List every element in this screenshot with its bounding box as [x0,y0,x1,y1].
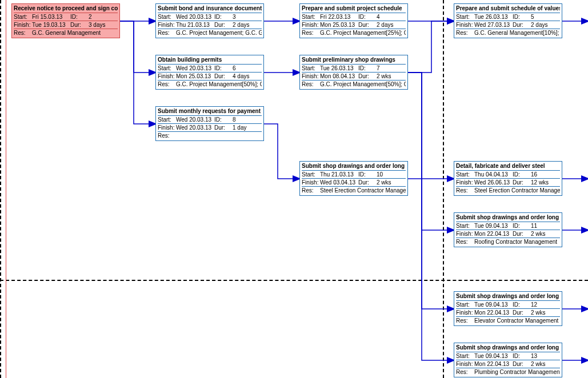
task-box[interactable]: Submit shop drawings and order long lead… [454,343,562,377]
label-start: Start: [302,65,320,71]
label-id: ID: [513,171,531,178]
label-dur: Dur: [214,124,233,131]
label-finish: Finish: [456,179,474,186]
task-dur: 2 wks [377,73,391,79]
label-dur: Dur: [358,22,377,28]
label-dur: Dur: [513,309,531,316]
task-finish: Mon 22.04.13 [474,309,509,316]
task-finish: Mon 22.04.13 [474,361,509,367]
label-res: Res: [456,30,474,36]
label-id: ID: [513,14,531,20]
label-start: Start: [302,171,320,178]
label-start: Start: [456,171,474,178]
task-start: Tue 26.03.13 [474,14,508,20]
task-start: Tue 26.03.13 [320,65,354,71]
task-box[interactable]: Obtain building permits Start:Wed 20.03.… [155,55,264,90]
label-finish: Finish: [456,309,474,316]
task-id: 6 [233,65,236,71]
label-id: ID: [214,65,233,71]
label-res: Res: [456,317,474,324]
label-finish: Finish: [302,179,320,186]
label-start: Start: [302,14,320,20]
task-id: 2 [89,14,92,20]
label-finish: Finish: [14,22,32,28]
task-finish: Wed 26.06.13 [474,179,510,186]
task-finish: Wed 20.03.13 [176,124,211,131]
label-res: Res: [456,187,474,194]
task-title: Submit bond and insurance documents [158,5,262,13]
task-finish: Thu 21.03.13 [176,22,210,28]
task-finish: Tue 19.03.13 [32,22,66,28]
page-break-horizontal [0,280,588,281]
task-box[interactable]: Submit shop drawings and order long lead… [299,161,408,196]
task-box[interactable]: Prepare and submit schedule of values St… [454,3,562,38]
task-res: G.C. Project Management[50%]; G.C. Labor [320,81,406,87]
network-diagram: { "labels": { "start":"Start:", "finish"… [0,0,588,378]
label-dur: Dur: [513,361,531,367]
label-finish: Finish: [456,361,474,367]
page-break-vertical [443,0,444,378]
task-start: Tue 09.04.13 [474,223,508,229]
task-start: Fri 15.03.13 [32,14,62,20]
task-dur: 4 days [233,73,249,79]
label-dur: Dur: [70,22,89,28]
label-dur: Dur: [513,231,531,237]
task-id: 5 [531,14,534,20]
task-title: Submit monthly requests for payment [158,107,262,116]
label-res: Res: [158,132,176,139]
task-finish: Wed 27.03.13 [474,22,510,28]
task-start: Thu 04.04.13 [474,171,508,178]
task-finish: Mon 25.03.13 [320,22,355,28]
label-res: Res: [158,30,176,36]
task-title: Prepare and submit project schedule [302,5,406,13]
label-res: Res: [302,81,320,87]
label-start: Start: [14,14,32,20]
task-box[interactable]: Submit monthly requests for payment Star… [155,106,264,141]
task-id: 13 [531,353,537,359]
task-title: Submit preliminary shop drawings [302,56,406,65]
task-id: 16 [531,171,537,178]
label-start: Start: [456,301,474,308]
task-dur: 12 wks [531,179,549,186]
task-box[interactable]: Receive notice to proceed and sign contr… [11,3,120,38]
task-box[interactable]: Detail, fabricate and deliver steel Star… [454,161,562,196]
task-res: Plumbing Contractor Management [474,369,560,375]
task-res: G.C. General Management[10%]; G.C. Proje… [474,30,560,36]
label-id: ID: [214,116,233,123]
task-box[interactable]: Submit shop drawings and order long lead… [454,291,562,326]
task-title: Submit shop drawings and order long lead… [456,214,560,222]
task-dur: 2 days [233,22,249,28]
label-id: ID: [358,14,377,20]
task-dur: 2 wks [377,179,391,186]
label-finish: Finish: [158,124,176,131]
task-box[interactable]: Submit bond and insurance documents Star… [155,3,264,38]
task-start: Thu 21.03.13 [320,171,354,178]
label-res: Res: [456,239,474,245]
task-title: Receive notice to proceed and sign contr… [14,5,118,13]
task-dur: 2 wks [531,309,546,316]
task-start: Wed 20.03.13 [176,65,211,71]
task-res: G.C. Project Management[25%]; G.C. Super… [320,30,406,36]
label-finish: Finish: [158,22,176,28]
task-res: Roofing Contractor Management [474,239,557,245]
label-dur: Dur: [214,22,233,28]
timeline-marker [6,0,6,378]
task-finish: Wed 03.04.13 [320,179,355,186]
label-id: ID: [358,65,377,71]
label-finish: Finish: [456,22,474,28]
task-box[interactable]: Prepare and submit project schedule Star… [299,3,408,38]
label-id: ID: [513,223,531,229]
label-id: ID: [358,171,377,178]
label-res: Res: [302,30,320,36]
task-id: 12 [531,301,537,308]
label-start: Start: [456,14,474,20]
task-start: Tue 09.04.13 [474,353,508,359]
label-res: Res: [14,30,32,36]
label-start: Start: [158,65,176,71]
task-box[interactable]: Submit shop drawings and order long lead… [454,212,562,247]
task-box[interactable]: Submit preliminary shop drawings Start:T… [299,55,408,90]
label-dur: Dur: [214,73,233,79]
task-title: Detail, fabricate and deliver steel [456,162,560,171]
label-dur: Dur: [358,179,377,186]
task-res: Elevator Contractor Management [474,317,558,324]
